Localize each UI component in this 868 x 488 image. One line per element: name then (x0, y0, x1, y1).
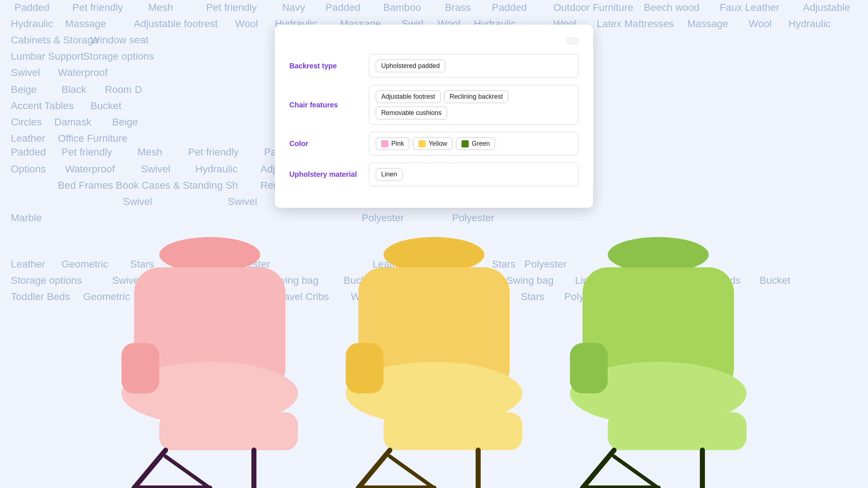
bg-tag: Latex Mattresses (597, 18, 674, 30)
bg-tag: Pet friendly (188, 146, 239, 158)
tag-pill: Removable cushions (376, 107, 447, 119)
bg-tag: Padded (492, 2, 527, 13)
bg-tag: Wool (749, 18, 771, 30)
tag-pill: Reclining backrest (444, 90, 508, 103)
bg-tag: Outdoor Furniture (553, 2, 633, 13)
bg-tag: Storage options (83, 51, 154, 62)
field-label-chair-features: Chair features (289, 101, 369, 109)
modal-card: Backrest typeUpholstered paddedChair fea… (275, 25, 593, 208)
bg-tag: Bucket (90, 100, 122, 112)
field-value-backrest-type[interactable]: Upholstered padded (369, 54, 579, 78)
bg-tag: Beech wood (644, 2, 699, 13)
bg-tag: Black (61, 84, 86, 95)
color-name: Green (472, 140, 490, 147)
field-label-color: Color (289, 140, 369, 148)
bg-tag: Damask (54, 116, 92, 128)
svg-line-8 (166, 457, 210, 488)
bg-tag: Hydraulic (195, 163, 238, 175)
svg-rect-4 (159, 412, 298, 450)
bg-tag: Beige (11, 84, 37, 95)
svg-line-26 (614, 457, 658, 488)
svg-rect-12 (346, 343, 384, 394)
bg-tag: Pet friendly (61, 146, 112, 158)
tag-pill: Linen (376, 168, 403, 181)
bg-tag: Swivel (11, 67, 40, 78)
bg-tag: Adjustable (803, 2, 850, 13)
chairs-area (0, 181, 868, 488)
bg-tag: Lumbar Support (11, 51, 84, 62)
tag-pill: Adjustable footrest (376, 90, 441, 103)
bg-tag: Room D (105, 84, 142, 95)
field-label-backrest-type: Backrest type (289, 62, 369, 70)
bg-tag: Wool (235, 18, 258, 30)
bg-tag: Waterproof (65, 163, 115, 175)
bg-tag: Office Furniture (58, 133, 127, 144)
bg-tag: Beige (112, 116, 138, 128)
bg-tag: Hydraulic (11, 18, 53, 30)
field-value-chair-features[interactable]: Adjustable footrestReclining backrestRem… (369, 85, 579, 125)
tag-pill: Upholstered padded (376, 60, 445, 72)
color-name: Yellow (429, 140, 447, 147)
bg-tag: Navy (282, 2, 305, 13)
bg-tag: Padded (326, 2, 361, 13)
color-name: Pink (391, 140, 404, 147)
bg-tag: Swivel (141, 163, 170, 175)
fields-container: Backrest typeUpholstered paddedChair fea… (289, 54, 579, 186)
svg-rect-22 (608, 412, 746, 450)
bg-tag: Cabinets & Storage (11, 34, 99, 46)
bg-tag: Leather (11, 133, 45, 144)
field-row-backrest-type: Backrest typeUpholstered padded (289, 54, 579, 78)
modal-badge (566, 38, 579, 44)
svg-rect-21 (570, 343, 608, 394)
field-value-color[interactable]: PinkYellowGreen (369, 132, 579, 155)
svg-line-5 (134, 450, 166, 488)
field-row-chair-features: Chair featuresAdjustable footrestReclini… (289, 85, 579, 125)
svg-line-17 (390, 457, 434, 488)
color-swatch (418, 140, 426, 147)
bg-tag: Faux Leather (720, 2, 779, 13)
field-label-upholstery-material: Upholstery material (289, 170, 369, 179)
green-chair (532, 217, 785, 488)
svg-rect-13 (383, 412, 522, 450)
bg-tag: Hydraulic (788, 18, 831, 30)
svg-point-9 (383, 237, 484, 273)
bg-tag: Mesh (137, 146, 162, 158)
yellow-chair (307, 217, 561, 488)
svg-line-23 (583, 450, 614, 488)
color-pill-yellow: Yellow (413, 137, 452, 150)
svg-line-14 (358, 450, 390, 488)
bg-tag: Bamboo (383, 2, 421, 13)
bg-tag: Pet friendly (206, 2, 257, 13)
bg-tag: Padded (14, 2, 50, 13)
bg-tag: Brass (445, 2, 471, 13)
bg-tag: Window seat (90, 34, 148, 46)
color-pill-pink: Pink (376, 137, 409, 150)
pink-chair (83, 217, 336, 488)
bg-tag: Padded (11, 146, 46, 158)
bg-tag: Circles (11, 116, 42, 128)
bg-tag: Accent Tables (11, 100, 74, 112)
bg-tag: Massage (65, 18, 106, 30)
modal-header (289, 38, 579, 44)
bg-tag: Pet friendly (72, 2, 123, 13)
color-swatch (461, 140, 469, 147)
svg-point-0 (159, 237, 260, 273)
bg-tag: Massage (687, 18, 728, 30)
svg-rect-3 (122, 343, 159, 394)
bg-tag: Waterproof (58, 67, 107, 78)
field-value-upholstery-material[interactable]: Linen (369, 163, 579, 186)
color-swatch (381, 140, 388, 147)
bg-tag: Options (11, 163, 46, 175)
field-row-upholstery-material: Upholstery materialLinen (289, 163, 579, 186)
bg-tag: Mesh (148, 2, 173, 13)
color-pill-green: Green (456, 137, 495, 150)
bg-tag: Adjustable footrest (134, 18, 218, 30)
svg-point-18 (608, 237, 709, 273)
field-row-color: ColorPinkYellowGreen (289, 132, 579, 155)
